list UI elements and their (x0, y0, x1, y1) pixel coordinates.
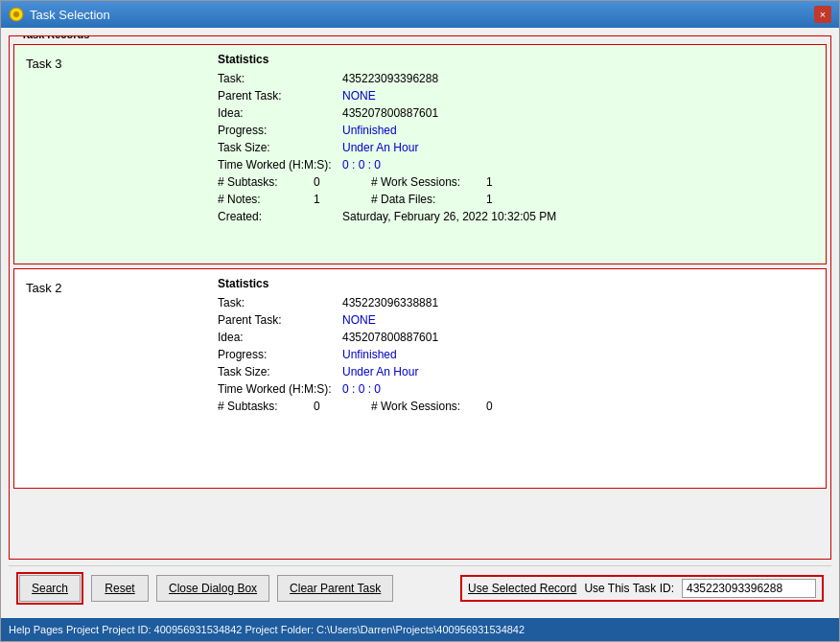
work-sessions-value-3: 1 (486, 175, 493, 189)
notes-col-3: # Notes: 1 (218, 193, 352, 206)
idea-value-2: 435207800887601 (342, 331, 438, 344)
svg-point-1 (13, 11, 19, 17)
main-window: Task Selection × Task Records Task 3 Sta… (0, 0, 840, 642)
task-size-value-2: Under An Hour (342, 365, 418, 378)
time-worked-label-2: Time Worked (H:M:S): (218, 382, 342, 396)
task-record-3[interactable]: Task 3 Statistics Task: 435223093396288 … (13, 44, 827, 264)
time-worked-row-2: Time Worked (H:M:S): 0 : 0 : 0 (218, 382, 814, 396)
task-record-2[interactable]: Task 2 Statistics Task: 435223096338881 … (13, 268, 827, 489)
statistics-area-2: Statistics Task: 435223096338881 Parent … (206, 269, 826, 488)
search-btn-wrapper: Search (16, 572, 83, 605)
data-files-col-3: # Data Files: 1 (371, 193, 493, 206)
stats-header-2: Statistics (218, 277, 814, 290)
work-sessions-value-2: 0 (486, 400, 493, 413)
status-bar-text: Help Pages Project Project ID: 400956931… (9, 624, 525, 635)
subtasks-value-3: 0 (314, 175, 352, 189)
created-value-3: Saturday, February 26, 2022 10:32:05 PM (342, 210, 556, 223)
parent-task-value-3: NONE (342, 89, 376, 103)
subtasks-label-3: # Subtasks: (218, 175, 314, 189)
reset-button[interactable]: Reset (91, 575, 149, 602)
search-button[interactable]: Search (19, 575, 81, 602)
work-sessions-label-3: # Work Sessions: (371, 175, 486, 189)
progress-value-2: Unfinished (342, 348, 397, 361)
statistics-area-3: Statistics Task: 435223093396288 Parent … (206, 45, 826, 264)
records-scroll-area[interactable]: Task 3 Statistics Task: 435223093396288 … (13, 44, 827, 555)
time-worked-label-3: Time Worked (H:M:S): (218, 158, 342, 172)
window-title: Task Selection (30, 8, 110, 22)
time-worked-row-3: Time Worked (H:M:S): 0 : 0 : 0 (218, 158, 814, 172)
use-selected-button[interactable]: Use Selected Record (468, 582, 576, 595)
idea-value-3: 435207800887601 (342, 106, 438, 120)
data-files-label-3: # Data Files: (371, 193, 486, 206)
close-dialog-button[interactable]: Close Dialog Box (156, 575, 269, 602)
use-selected-wrapper: Use Selected Record Use This Task ID: (460, 575, 824, 602)
task-value-3: 435223093396288 (342, 72, 438, 85)
close-button[interactable]: × (814, 6, 831, 23)
stat-row-parent-3: Parent Task: NONE (218, 89, 814, 103)
task-name-3: Task 3 (26, 57, 62, 71)
stat-row-idea-2: Idea: 435207800887601 (218, 331, 814, 344)
stat-row-subtasks-3: # Subtasks: 0 # Work Sessions: 1 (218, 175, 814, 189)
time-worked-value-2: 0 : 0 : 0 (342, 382, 381, 396)
progress-value-3: Unfinished (342, 124, 397, 137)
work-sessions-label-2: # Work Sessions: (371, 400, 486, 413)
notes-value-3: 1 (314, 193, 352, 206)
stat-row-size-2: Task Size: Under An Hour (218, 365, 814, 378)
stat-row-size-3: Task Size: Under An Hour (218, 141, 814, 154)
stat-row-parent-2: Parent Task: NONE (218, 313, 814, 327)
task-name-2: Task 2 (26, 281, 62, 295)
task-name-area-3: Task 3 (14, 45, 206, 264)
task-size-label-3: Task Size: (218, 141, 342, 154)
use-this-task-id-label: Use This Task ID: (584, 582, 674, 595)
created-label-3: Created: (218, 210, 342, 223)
time-worked-value-3: 0 : 0 : 0 (342, 158, 381, 172)
task-value-2: 435223096338881 (342, 296, 438, 310)
task-records-label: Task Records (17, 35, 93, 40)
work-sessions-col-3: # Work Sessions: 1 (371, 175, 493, 189)
data-files-value-3: 1 (486, 193, 493, 206)
stat-row-notes-3: # Notes: 1 # Data Files: 1 (218, 193, 814, 206)
idea-label-3: Idea: (218, 106, 342, 120)
subtasks-label-2: # Subtasks: (218, 400, 314, 413)
subtasks-value-2: 0 (314, 400, 352, 413)
bottom-bar: Search Reset Close Dialog Box Clear Pare… (9, 565, 831, 610)
task-label-2: Task: (218, 296, 342, 310)
subtasks-col-3: # Subtasks: 0 (218, 175, 352, 189)
status-bar: Help Pages Project Project ID: 400956931… (1, 618, 839, 641)
task-records-group: Task Records Task 3 Statistics Task: 435… (9, 35, 831, 560)
parent-task-label-2: Parent Task: (218, 313, 342, 327)
title-bar: Task Selection × (1, 1, 839, 28)
notes-label-3: # Notes: (218, 193, 314, 206)
task-size-label-2: Task Size: (218, 365, 342, 378)
stat-row-progress-2: Progress: Unfinished (218, 348, 814, 361)
window-content: Task Records Task 3 Statistics Task: 435… (1, 28, 839, 618)
stat-row-task-2: Task: 435223096338881 (218, 296, 814, 310)
parent-task-value-2: NONE (342, 313, 376, 327)
title-bar-left: Task Selection (9, 7, 110, 22)
progress-label-2: Progress: (218, 348, 342, 361)
task-id-input[interactable] (682, 579, 816, 598)
progress-label-3: Progress: (218, 124, 342, 137)
stat-row-idea-3: Idea: 435207800887601 (218, 106, 814, 120)
stats-header-3: Statistics (218, 53, 814, 66)
stat-row-progress-3: Progress: Unfinished (218, 124, 814, 137)
app-icon (9, 7, 24, 22)
stat-row-subtasks-2: # Subtasks: 0 # Work Sessions: 0 (218, 400, 814, 413)
idea-label-2: Idea: (218, 331, 342, 344)
parent-task-label-3: Parent Task: (218, 89, 342, 103)
stat-row-task-3: Task: 435223093396288 (218, 72, 814, 85)
task-name-area-2: Task 2 (14, 269, 206, 488)
task-size-value-3: Under An Hour (342, 141, 418, 154)
subtasks-col-2: # Subtasks: 0 (218, 400, 352, 413)
stat-row-created-3: Created: Saturday, February 26, 2022 10:… (218, 210, 814, 223)
clear-parent-button[interactable]: Clear Parent Task (277, 575, 393, 602)
work-sessions-col-2: # Work Sessions: 0 (371, 400, 493, 413)
task-label-3: Task: (218, 72, 342, 85)
